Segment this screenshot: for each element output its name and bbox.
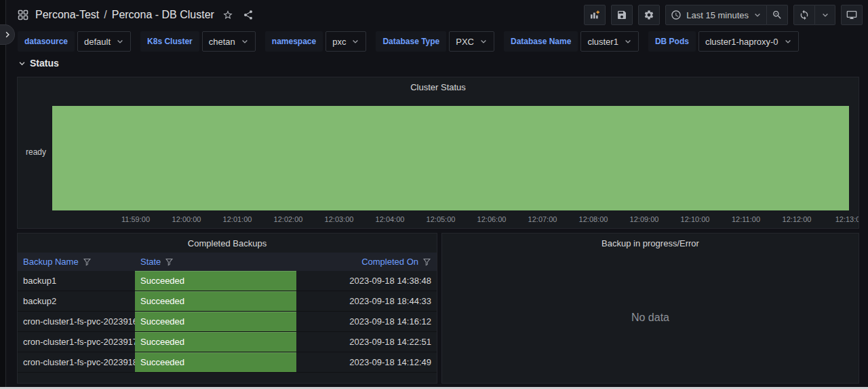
dashboards-grid-icon [18, 10, 28, 20]
chevron-down-icon [624, 37, 632, 45]
cycle-view-mode-button[interactable] [841, 5, 863, 25]
breadcrumb-folder[interactable]: Percona-Test [35, 9, 99, 21]
backups-table-body: backup1Succeeded2023-09-18 14:38:48backu… [18, 271, 437, 373]
refresh-group [793, 5, 835, 25]
share-icon[interactable] [241, 8, 255, 22]
backup-name-cell: backup1 [18, 271, 135, 291]
x-tick-label: 12:12:00 [783, 215, 812, 223]
backup-progress-panel: Backup in progress/Error No data [441, 233, 859, 384]
x-axis: 11:59:0012:00:0012:01:0012:02:0012:03:00… [18, 215, 859, 227]
y-axis-label: ready [26, 147, 46, 157]
refresh-interval-dropdown[interactable] [815, 5, 835, 25]
state-cell: Succeeded [135, 271, 296, 291]
chevron-down-icon [241, 37, 249, 45]
variable-db-pods: DB Podscluster1-haproxy-0 [648, 31, 799, 52]
panel-title[interactable]: Backup in progress/Error [442, 234, 859, 253]
save-icon [616, 10, 627, 20]
clock-icon [671, 10, 682, 20]
table-row: cron-cluster1-fs-pvc-2023917002...Succee… [18, 332, 437, 352]
zoom-out-time-button[interactable] [767, 5, 788, 25]
add-panel-button[interactable] [584, 5, 606, 25]
refresh-icon [799, 10, 810, 20]
breadcrumb-dashboard[interactable]: Percona - DB Cluster [112, 9, 214, 21]
variable-value-dropdown[interactable]: pxc [326, 31, 366, 52]
variable-value: PXC [456, 37, 474, 47]
column-label: Completed On [361, 257, 418, 267]
variable-database-type: Database TypePXC [376, 31, 494, 52]
section-title: Status [30, 58, 59, 69]
magnifier-minus-icon [772, 10, 783, 20]
x-tick-label: 12:07:00 [528, 215, 557, 223]
dashboard-settings-button[interactable] [638, 5, 660, 25]
chevron-down-icon [116, 37, 124, 45]
collapsed-sidebar-edge [0, 0, 6, 389]
table-row: backup1Succeeded2023-09-18 14:38:48 [18, 271, 437, 291]
chevron-right-icon [3, 31, 12, 39]
variable-value-dropdown[interactable]: chetan [202, 31, 256, 52]
variable-value: chetan [209, 37, 235, 47]
backup-name-cell: backup2 [18, 291, 135, 311]
completed-on-cell: 2023-09-18 14:12:49 [296, 352, 437, 372]
x-tick-label: 12:08:00 [579, 215, 608, 223]
breadcrumb[interactable]: Percona-Test / Percona - DB Cluster [35, 9, 214, 21]
gear-icon [644, 10, 654, 20]
variable-value: default [84, 37, 111, 47]
column-header-state[interactable]: State [135, 253, 296, 271]
x-tick-label: 12:06:00 [477, 215, 507, 223]
variable-value-dropdown[interactable]: cluster1 [580, 31, 639, 52]
completed-on-cell: 2023-09-18 14:22:51 [296, 332, 437, 352]
variable-database-name: Database Namecluster1 [504, 31, 639, 52]
x-tick-label: 12:05:00 [427, 215, 456, 223]
variable-namespace: namespacepxc [265, 31, 367, 52]
variable-value-dropdown[interactable]: PXC [449, 31, 494, 52]
completed-backups-panel: Completed Backups Backup Name State Comp… [17, 233, 437, 384]
panel-body: No data [442, 253, 859, 383]
x-tick-label: 12:09:00 [630, 215, 659, 223]
column-header-backup-name[interactable]: Backup Name [18, 253, 135, 271]
variable-label: Database Type [376, 31, 446, 52]
variable-label: DB Pods [648, 31, 696, 52]
table-row: cron-cluster1-fs-pvc-2023916002...Succee… [18, 312, 437, 332]
state-cell: Succeeded [135, 352, 296, 372]
filter-icon[interactable] [422, 257, 431, 266]
panel-title[interactable]: Cluster Status [18, 77, 859, 96]
x-tick-label: 12:02:00 [274, 215, 303, 223]
backup-name-cell: cron-cluster1-fs-pvc-2023916002... [18, 312, 135, 331]
timeline-state-bar [52, 106, 849, 210]
time-controls-group: Last 15 minutes [665, 5, 788, 25]
column-header-completed-on[interactable]: Completed On [296, 253, 437, 271]
filter-icon[interactable] [83, 257, 92, 266]
x-tick-label: 12:01:00 [223, 215, 252, 223]
state-cell: Succeeded [135, 291, 296, 311]
save-dashboard-button[interactable] [611, 5, 633, 25]
filter-icon[interactable] [165, 257, 174, 266]
top-navigation-bar: Percona-Test / Percona - DB Cluster [7, 0, 868, 30]
panel-title[interactable]: Completed Backups [18, 234, 437, 253]
table-row: cron-cluster1-fs-pvc-2023918002...Succee… [18, 352, 437, 373]
variable-label: namespace [265, 31, 323, 52]
breadcrumb-separator: / [104, 9, 106, 21]
variable-value: cluster1 [587, 37, 618, 47]
cluster-status-panel: Cluster Status ready 11:59:0012:00:0012:… [17, 77, 859, 229]
variable-label: K8s Cluster [140, 31, 199, 52]
variable-value-dropdown[interactable]: cluster1-haproxy-0 [698, 31, 799, 52]
variable-label: datasource [18, 31, 75, 52]
monitor-icon [846, 10, 857, 20]
section-status[interactable]: Status [18, 58, 59, 69]
refresh-button[interactable] [793, 5, 815, 25]
time-range-picker[interactable]: Last 15 minutes [665, 5, 767, 25]
variable-datasource: datasourcedefault [18, 31, 131, 52]
variable-value-dropdown[interactable]: default [77, 31, 131, 52]
backup-name-cell: cron-cluster1-fs-pvc-2023917002... [18, 332, 135, 352]
state-cell: Succeeded [135, 332, 296, 352]
star-icon[interactable] [221, 8, 235, 22]
completed-on-cell: 2023-09-18 14:38:48 [296, 271, 437, 291]
x-tick-label: 11:59:00 [121, 215, 150, 223]
x-tick-label: 12:03:00 [325, 215, 354, 223]
no-data-text: No data [631, 312, 669, 324]
chevron-down-icon [753, 11, 762, 19]
completed-on-cell: 2023-09-18 18:44:33 [296, 291, 437, 311]
chevron-down-icon [479, 37, 488, 45]
variable-k8s-cluster: K8s Clusterchetan [140, 31, 256, 52]
chevron-down-icon [18, 60, 26, 67]
